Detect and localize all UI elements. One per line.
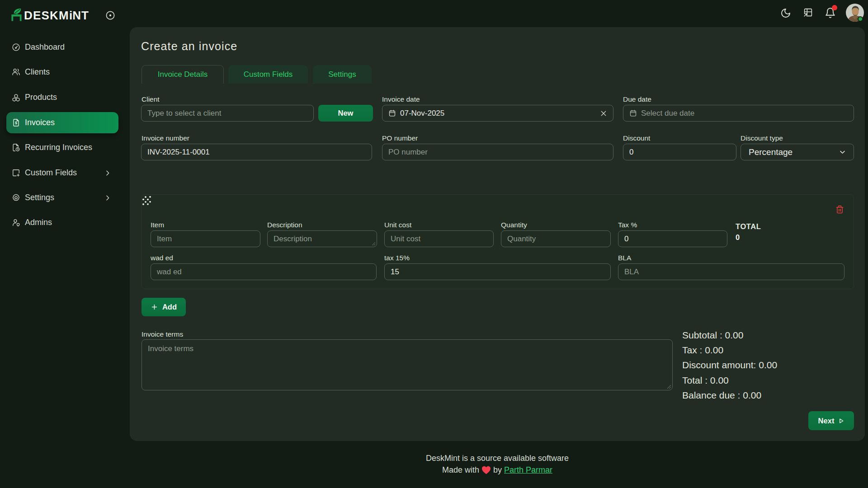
svg-text:$: $ [15,121,17,125]
